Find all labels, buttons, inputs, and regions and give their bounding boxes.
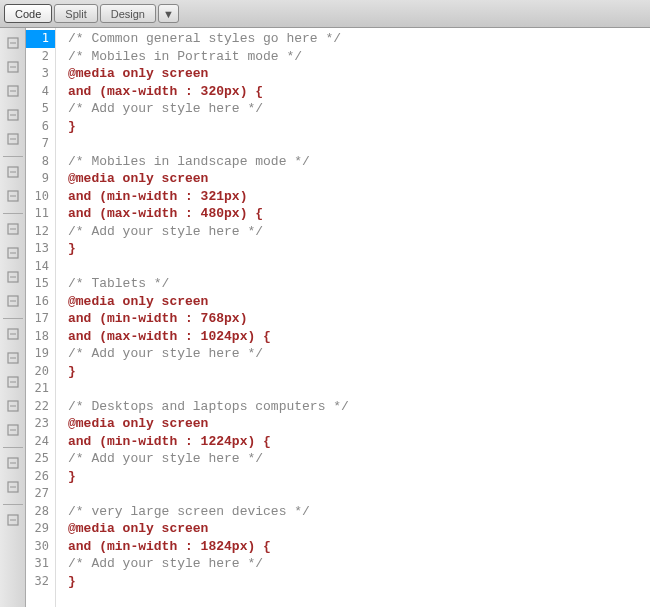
arrow-tool-icon[interactable] bbox=[4, 34, 22, 52]
code-line[interactable]: } bbox=[68, 573, 650, 591]
code-line[interactable]: /* Add your style here */ bbox=[68, 555, 650, 573]
code-line[interactable]: /* Add your style here */ bbox=[68, 345, 650, 363]
apply-tool-icon[interactable] bbox=[4, 163, 22, 181]
code-line[interactable] bbox=[68, 135, 650, 153]
split-tab[interactable]: Split bbox=[54, 4, 97, 23]
line-number[interactable]: 10 bbox=[26, 188, 55, 206]
code-line[interactable]: @media only screen bbox=[68, 65, 650, 83]
code-line[interactable]: } bbox=[68, 468, 650, 486]
line-number[interactable]: 15 bbox=[26, 275, 55, 293]
code-line[interactable]: and (min-width : 1824px) { bbox=[68, 538, 650, 556]
code-line[interactable]: /* Desktops and laptops computers */ bbox=[68, 398, 650, 416]
code-line[interactable] bbox=[68, 485, 650, 503]
css-panel-tool-icon[interactable] bbox=[4, 220, 22, 238]
code-line[interactable]: @media only screen bbox=[68, 520, 650, 538]
line-number[interactable]: 29 bbox=[26, 520, 55, 538]
view-dropdown[interactable]: ▼ bbox=[158, 4, 179, 23]
line-number[interactable]: 7 bbox=[26, 135, 55, 153]
line-numbers-tool-icon[interactable] bbox=[4, 106, 22, 124]
sidebar-separator bbox=[3, 318, 23, 319]
code-line[interactable]: @media only screen bbox=[68, 415, 650, 433]
line-number[interactable]: 22 bbox=[26, 398, 55, 416]
line-number[interactable]: 28 bbox=[26, 503, 55, 521]
code-line[interactable]: } bbox=[68, 118, 650, 136]
code-line[interactable]: /* Mobiles in Portrait mode */ bbox=[68, 48, 650, 66]
editor-main: 1234567891011121314151617181920212223242… bbox=[0, 28, 650, 607]
comment-tool-icon[interactable] bbox=[4, 325, 22, 343]
code-line[interactable]: } bbox=[68, 240, 650, 258]
code-line[interactable]: and (min-width : 1224px) { bbox=[68, 433, 650, 451]
sidebar-separator bbox=[3, 447, 23, 448]
line-number[interactable]: 27 bbox=[26, 485, 55, 503]
code-line[interactable]: /* Add your style here */ bbox=[68, 223, 650, 241]
code-line[interactable]: @media only screen bbox=[68, 170, 650, 188]
view-toolbar: Code Split Design ▼ bbox=[0, 0, 650, 28]
line-number[interactable]: 16 bbox=[26, 293, 55, 311]
collapse-tool-icon[interactable] bbox=[4, 82, 22, 100]
line-number[interactable]: 5 bbox=[26, 100, 55, 118]
line-number[interactable]: 20 bbox=[26, 363, 55, 381]
design-tab[interactable]: Design bbox=[100, 4, 156, 23]
line-number[interactable]: 31 bbox=[26, 555, 55, 573]
refresh-tool-icon[interactable] bbox=[4, 187, 22, 205]
sidebar-separator bbox=[3, 213, 23, 214]
code-area[interactable]: /* Common general styles go here *//* Mo… bbox=[56, 28, 650, 607]
word-wrap-tool-icon[interactable] bbox=[4, 130, 22, 148]
code-line[interactable]: and (min-width : 768px) bbox=[68, 310, 650, 328]
line-number[interactable]: 6 bbox=[26, 118, 55, 136]
line-number[interactable]: 26 bbox=[26, 468, 55, 486]
brackets-tool-icon[interactable] bbox=[4, 421, 22, 439]
snap-tool-icon[interactable] bbox=[4, 58, 22, 76]
line-gutter: 1234567891011121314151617181920212223242… bbox=[26, 28, 56, 607]
files-tool-icon[interactable] bbox=[4, 292, 22, 310]
code-line[interactable]: /* Add your style here */ bbox=[68, 450, 650, 468]
line-number[interactable]: 14 bbox=[26, 258, 55, 276]
code-line[interactable]: /* very large screen devices */ bbox=[68, 503, 650, 521]
history-tool-icon[interactable] bbox=[4, 268, 22, 286]
line-number[interactable]: 23 bbox=[26, 415, 55, 433]
line-number[interactable]: 24 bbox=[26, 433, 55, 451]
code-line[interactable]: and (max-width : 320px) { bbox=[68, 83, 650, 101]
line-number[interactable]: 1 bbox=[26, 30, 55, 48]
format-tool-icon[interactable] bbox=[4, 454, 22, 472]
tool-sidebar bbox=[0, 28, 26, 607]
code-line[interactable]: /* Add your style here */ bbox=[68, 100, 650, 118]
code-line[interactable]: /* Common general styles go here */ bbox=[68, 30, 650, 48]
line-number[interactable]: 3 bbox=[26, 65, 55, 83]
line-number[interactable]: 18 bbox=[26, 328, 55, 346]
code-line[interactable]: } bbox=[68, 363, 650, 381]
code-line[interactable]: and (min-width : 321px) bbox=[68, 188, 650, 206]
line-number[interactable]: 32 bbox=[26, 573, 55, 591]
line-number[interactable]: 4 bbox=[26, 83, 55, 101]
highlight-tool-icon[interactable] bbox=[4, 373, 22, 391]
code-line[interactable] bbox=[68, 258, 650, 276]
settings-tool-icon[interactable] bbox=[4, 511, 22, 529]
validate-tool-icon[interactable] bbox=[4, 397, 22, 415]
sidebar-separator bbox=[3, 504, 23, 505]
sidebar-separator bbox=[3, 156, 23, 157]
line-number[interactable]: 8 bbox=[26, 153, 55, 171]
line-number[interactable]: 19 bbox=[26, 345, 55, 363]
line-number[interactable]: 12 bbox=[26, 223, 55, 241]
code-line[interactable]: and (max-width : 1024px) { bbox=[68, 328, 650, 346]
code-line[interactable]: /* Mobiles in landscape mode */ bbox=[68, 153, 650, 171]
code-line[interactable]: and (max-width : 480px) { bbox=[68, 205, 650, 223]
line-number[interactable]: 30 bbox=[26, 538, 55, 556]
code-line[interactable] bbox=[68, 380, 650, 398]
code-line[interactable]: /* Tablets */ bbox=[68, 275, 650, 293]
line-number[interactable]: 13 bbox=[26, 240, 55, 258]
behaviors-tool-icon[interactable] bbox=[4, 244, 22, 262]
line-number[interactable]: 21 bbox=[26, 380, 55, 398]
line-number[interactable]: 9 bbox=[26, 170, 55, 188]
code-line[interactable]: @media only screen bbox=[68, 293, 650, 311]
indent-tool-icon[interactable] bbox=[4, 478, 22, 496]
line-number[interactable]: 25 bbox=[26, 450, 55, 468]
line-number[interactable]: 11 bbox=[26, 205, 55, 223]
code-tab[interactable]: Code bbox=[4, 4, 52, 23]
line-number[interactable]: 2 bbox=[26, 48, 55, 66]
uncomment-tool-icon[interactable] bbox=[4, 349, 22, 367]
line-number[interactable]: 17 bbox=[26, 310, 55, 328]
